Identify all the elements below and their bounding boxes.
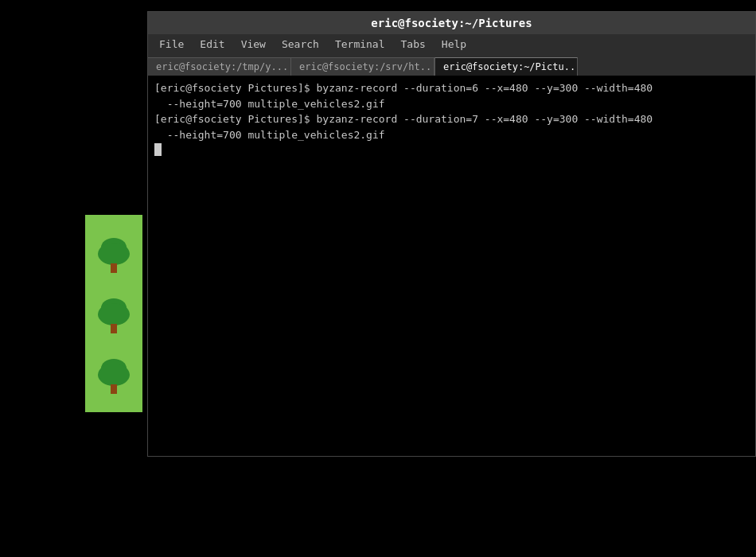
menu-search[interactable]: Search: [274, 36, 327, 53]
menu-tabs[interactable]: Tabs: [393, 36, 434, 53]
menu-help[interactable]: Help: [434, 36, 474, 53]
tree-1-svg: [94, 233, 134, 273]
tree-1: [94, 233, 134, 273]
menu-view[interactable]: View: [233, 36, 274, 53]
terminal-window: eric@fsociety:~/Pictures File Edit View …: [147, 11, 756, 457]
tab-1-label: eric@fsociety:/tmp/y...: [156, 61, 288, 72]
tree-2: [94, 294, 134, 333]
cursor-block: [154, 143, 162, 156]
tab-2-label: eric@fsociety:/srv/ht...: [299, 61, 435, 72]
tab-2[interactable]: eric@fsociety:/srv/ht... ✕: [291, 57, 435, 76]
tree-3-svg: [94, 354, 134, 394]
tree-2-svg: [94, 294, 134, 333]
svg-point-7: [98, 364, 130, 386]
terminal-line-2: --height=700 multiple_vehicles2.gif: [154, 96, 749, 112]
tabs-bar: eric@fsociety:/tmp/y... ✕ eric@fsociety:…: [148, 54, 755, 76]
tab-1[interactable]: eric@fsociety:/tmp/y... ✕: [148, 57, 291, 76]
svg-point-1: [98, 243, 130, 265]
tree-3: [94, 354, 134, 394]
terminal-line-4: --height=700 multiple_vehicles2.gif: [154, 127, 749, 143]
terminal-content[interactable]: [eric@fsociety Pictures]$ byzanz-record …: [148, 76, 755, 456]
title-bar: eric@fsociety:~/Pictures: [148, 12, 755, 34]
menu-bar: File Edit View Search Terminal Tabs Help: [148, 34, 755, 54]
svg-rect-8: [111, 384, 117, 394]
menu-terminal[interactable]: Terminal: [327, 36, 393, 53]
menu-edit[interactable]: Edit: [192, 36, 232, 53]
terminal-line-3: [eric@fsociety Pictures]$ byzanz-record …: [154, 111, 749, 127]
terminal-line-1: [eric@fsociety Pictures]$ byzanz-record …: [154, 80, 749, 96]
menu-file[interactable]: File: [151, 36, 192, 53]
tree-panel: [85, 215, 142, 412]
tab-3[interactable]: eric@fsociety:~/Pictu...: [435, 57, 578, 76]
svg-rect-5: [111, 324, 117, 333]
svg-point-4: [98, 303, 130, 325]
terminal-cursor-line: [154, 142, 749, 158]
tab-3-label: eric@fsociety:~/Pictu...: [443, 61, 578, 72]
window-title: eric@fsociety:~/Pictures: [371, 17, 532, 29]
svg-rect-2: [111, 263, 117, 273]
